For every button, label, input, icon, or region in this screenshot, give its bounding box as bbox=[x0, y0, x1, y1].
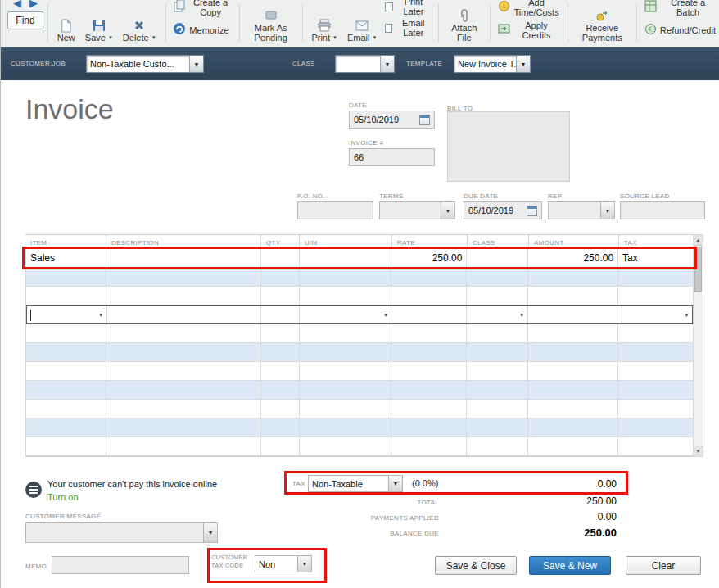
chevron-down-icon[interactable]: ▼ bbox=[297, 556, 311, 572]
back-arrow-icon[interactable]: ◀ bbox=[13, 0, 21, 10]
new-button[interactable]: New bbox=[52, 0, 80, 47]
table-row-sales[interactable]: Sales 250.00 250.00 Tax bbox=[26, 249, 693, 268]
memo-field[interactable] bbox=[52, 556, 189, 574]
customer-tax-code-combo[interactable]: Non ▼ bbox=[255, 555, 312, 572]
customer-job-combo[interactable]: Non-Taxable Custo... ▼ bbox=[86, 55, 204, 73]
cell-tax[interactable]: Tax bbox=[618, 249, 693, 267]
refund-credit-button[interactable]: Refund/Credit bbox=[644, 19, 716, 42]
print-button[interactable]: Print▼ bbox=[306, 0, 342, 47]
tax-select-cell[interactable]: ▼ bbox=[617, 306, 692, 323]
cell-um[interactable] bbox=[300, 249, 392, 267]
apply-credits-button[interactable]: Apply Credits bbox=[498, 19, 560, 42]
class-dropdown-icon[interactable]: ▼ bbox=[519, 312, 525, 318]
table-row-empty[interactable] bbox=[26, 381, 693, 400]
table-row-empty[interactable] bbox=[26, 362, 693, 381]
cell-amount[interactable]: 250.00 bbox=[528, 249, 618, 267]
calendar-icon[interactable] bbox=[419, 115, 430, 125]
calendar-icon[interactable] bbox=[527, 206, 537, 216]
class-select-cell[interactable]: ▼ bbox=[467, 306, 528, 323]
cell-qty[interactable] bbox=[261, 249, 300, 267]
tax-code-combo[interactable]: Non-Taxable ▼ bbox=[308, 475, 403, 492]
col-class[interactable]: CLASS bbox=[467, 235, 528, 248]
col-tax[interactable]: TAX bbox=[618, 235, 693, 248]
col-um[interactable]: U/M bbox=[299, 235, 391, 248]
chevron-down-icon[interactable]: ▼ bbox=[516, 56, 530, 72]
forward-arrow-icon[interactable]: ▶ bbox=[29, 0, 38, 10]
item-dropdown-icon[interactable]: ▼ bbox=[98, 312, 104, 318]
template-combo[interactable]: New Invoice T... ▼ bbox=[454, 55, 531, 73]
terms-combo[interactable]: ▼ bbox=[379, 201, 455, 219]
table-scrollbar[interactable]: ▲ ▼ bbox=[693, 234, 703, 457]
chevron-down-icon[interactable]: ▼ bbox=[203, 523, 217, 542]
customer-message-combo[interactable]: ▼ bbox=[25, 522, 218, 543]
save-close-button[interactable]: Save & Close bbox=[435, 556, 517, 575]
toolbar-divider bbox=[568, 3, 568, 42]
delete-menu-caret-icon[interactable]: ▼ bbox=[151, 35, 156, 40]
email-button[interactable]: Email▼ bbox=[342, 0, 382, 47]
save-new-button[interactable]: Save & New bbox=[529, 556, 611, 575]
um-select-cell[interactable]: ▼ bbox=[300, 306, 392, 323]
due-date-field[interactable]: 05/10/2019 bbox=[464, 201, 542, 219]
receive-payments-button[interactable]: Receive Payments bbox=[572, 0, 632, 47]
email-later-checkbox[interactable]: Email Later bbox=[385, 17, 431, 38]
cell-rate[interactable]: 250.00 bbox=[391, 249, 467, 267]
chevron-down-icon[interactable]: ▼ bbox=[600, 202, 614, 219]
delete-label: Delete bbox=[123, 33, 149, 43]
item-select-cell[interactable]: ▼ bbox=[27, 306, 107, 323]
print-menu-caret-icon[interactable]: ▼ bbox=[332, 35, 337, 40]
table-row-empty[interactable] bbox=[26, 268, 693, 287]
cell-description[interactable] bbox=[106, 249, 261, 267]
date-field[interactable]: 05/10/2019 bbox=[349, 111, 435, 129]
table-row-empty[interactable] bbox=[26, 287, 693, 305]
create-a-batch-button[interactable]: Create a Batch bbox=[644, 0, 716, 19]
table-row-empty[interactable] bbox=[26, 400, 693, 418]
clear-button[interactable]: Clear bbox=[626, 556, 701, 575]
email-menu-caret-icon[interactable]: ▼ bbox=[373, 35, 378, 40]
cell-item[interactable]: Sales bbox=[26, 249, 106, 267]
um-dropdown-icon[interactable]: ▼ bbox=[382, 312, 388, 318]
col-amount[interactable]: AMOUNT bbox=[528, 235, 618, 248]
source-lead-field[interactable] bbox=[620, 201, 705, 219]
find-button[interactable]: Find bbox=[7, 11, 43, 29]
save-menu-caret-icon[interactable]: ▼ bbox=[108, 35, 113, 40]
source-lead-label: SOURCE LEAD bbox=[620, 192, 670, 200]
col-qty[interactable]: QTY bbox=[260, 235, 299, 248]
create-a-copy-button[interactable]: Create a Copy bbox=[173, 0, 231, 19]
po-no-field[interactable] bbox=[297, 201, 373, 219]
date-value: 05/10/2019 bbox=[354, 115, 399, 124]
delete-button[interactable]: Delete▼ bbox=[118, 0, 161, 47]
cell-class[interactable] bbox=[467, 249, 528, 267]
scrollbar-thumb[interactable] bbox=[694, 247, 702, 292]
chevron-down-icon[interactable]: ▼ bbox=[441, 202, 454, 219]
col-item[interactable]: ITEM bbox=[25, 235, 106, 248]
table-row-empty[interactable] bbox=[26, 418, 693, 437]
add-time-costs-button[interactable]: Add Time/Costs bbox=[498, 0, 560, 19]
table-row-empty[interactable] bbox=[26, 343, 693, 362]
scroll-up-icon[interactable]: ▲ bbox=[694, 235, 703, 246]
scroll-down-icon[interactable]: ▼ bbox=[694, 446, 703, 456]
class-combo[interactable]: ▼ bbox=[335, 55, 395, 73]
tax-dropdown-icon[interactable]: ▼ bbox=[684, 312, 690, 318]
add-time-costs-label: Add Time/Costs bbox=[513, 0, 560, 17]
toolbar-divider bbox=[47, 3, 48, 42]
col-rate[interactable]: RATE bbox=[391, 235, 467, 248]
attach-file-button[interactable]: Attach File bbox=[443, 0, 486, 47]
mark-as-pending-button[interactable]: Mark As Pending bbox=[244, 0, 298, 47]
memorize-button[interactable]: Memorize bbox=[173, 19, 231, 42]
bill-to-box[interactable] bbox=[447, 111, 570, 182]
printer-icon bbox=[318, 18, 331, 33]
turn-on-link[interactable]: Turn on bbox=[47, 492, 79, 502]
table-row-empty[interactable] bbox=[26, 437, 693, 456]
save-label: Save bbox=[85, 33, 106, 43]
col-description[interactable]: DESCRIPTION bbox=[106, 235, 260, 248]
rep-combo[interactable]: ▼ bbox=[548, 201, 615, 219]
chevron-down-icon[interactable]: ▼ bbox=[189, 56, 203, 72]
print-later-checkbox[interactable]: Print Later bbox=[385, 0, 431, 17]
receive-payments-icon bbox=[595, 8, 608, 23]
table-row-empty[interactable] bbox=[26, 324, 693, 343]
table-edit-row[interactable]: ▼ ▼ ▼ ▼ bbox=[26, 305, 693, 324]
chevron-down-icon[interactable]: ▼ bbox=[388, 476, 402, 491]
invoice-number-field[interactable]: 66 bbox=[349, 148, 435, 166]
chevron-down-icon[interactable]: ▼ bbox=[380, 56, 394, 72]
save-button[interactable]: Save▼ bbox=[80, 0, 118, 47]
